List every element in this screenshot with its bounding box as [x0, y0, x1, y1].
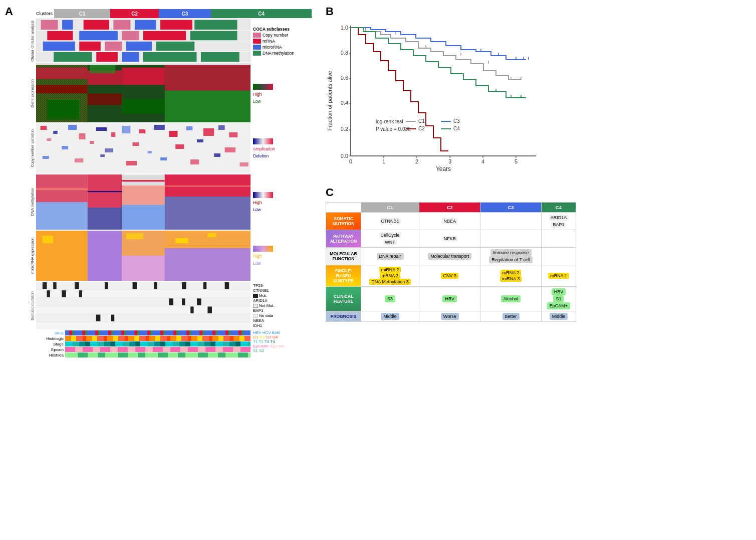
svg-rect-63 — [175, 144, 184, 149]
bap1-label: BAP1 — [253, 308, 316, 313]
svg-rect-70 — [160, 157, 167, 160]
svg-rect-172 — [441, 121, 451, 122]
deletion-label: Deletion — [253, 153, 269, 158]
c2-somatic: NBEA — [442, 218, 457, 224]
molecular-row-label: MOLECULARFUNCTION — [326, 248, 361, 265]
svg-rect-60 — [105, 148, 113, 152]
gene-expr-label: Gene expression — [30, 79, 35, 108]
svg-rect-95 — [165, 248, 250, 281]
svg-text:C1: C1 — [418, 118, 425, 124]
dna-meth-label: DNA methylation — [30, 188, 35, 216]
svg-rect-114 — [62, 290, 66, 297]
svg-rect-19 — [156, 42, 195, 51]
table-c4-header: C4 — [541, 203, 576, 213]
svg-rect-54 — [203, 128, 214, 136]
svg-rect-32 — [36, 85, 88, 93]
svg-rect-50 — [139, 129, 145, 133]
c1-clinical: S3 — [385, 295, 395, 302]
svg-rect-120 — [36, 306, 250, 313]
gene-expression-section: Gene expression — [5, 65, 316, 122]
svg-rect-23 — [122, 52, 139, 62]
svg-rect-59 — [90, 141, 94, 144]
svg-rect-107 — [133, 282, 137, 289]
svg-text:2: 2 — [415, 158, 418, 164]
low-label-gene: Low — [253, 99, 261, 104]
c2-molecular: Molecular transport — [428, 253, 471, 260]
svg-text:Fraction of patients alive: Fraction of patients alive — [327, 71, 333, 130]
svg-rect-68 — [100, 154, 105, 157]
c3-prognosis: Better — [502, 313, 520, 320]
svg-text:4: 4 — [481, 158, 484, 164]
mirna-heatmap — [36, 231, 250, 281]
svg-text:0.8: 0.8 — [341, 50, 348, 56]
table-c3-header: C3 — [480, 203, 542, 213]
c2-clinical: HBV — [442, 295, 457, 302]
c4-cluster-label: C4 — [258, 11, 265, 17]
c4-clinical-bot: EpCAM+ — [547, 302, 570, 309]
c4-prognosis: Middle — [550, 313, 568, 320]
panel-a-label: A — [5, 5, 13, 18]
svg-rect-61 — [133, 142, 139, 146]
svg-rect-105 — [75, 282, 79, 289]
svg-rect-86 — [122, 180, 165, 182]
coca-section: Cluster of cluter analysis — [5, 19, 316, 64]
coca-heatmap — [36, 19, 250, 64]
svg-rect-3 — [84, 20, 109, 30]
high-label-mirna: High — [253, 254, 262, 259]
svg-rect-88 — [253, 192, 273, 198]
svg-text:0.6: 0.6 — [341, 75, 348, 81]
svg-rect-115 — [79, 290, 82, 297]
c4-clinical-top: HBV — [552, 288, 566, 295]
svg-rect-47 — [96, 127, 107, 131]
svg-rect-56 — [229, 132, 237, 137]
high-label-dna: High — [253, 200, 262, 205]
somatic-section: Somatic mutation — [5, 282, 316, 329]
svg-rect-53 — [186, 126, 193, 130]
svg-rect-44 — [53, 131, 58, 134]
svg-rect-79 — [88, 208, 122, 230]
stage-labels: T1 T2 T3 T4 — [253, 339, 316, 344]
coca-label: Cluster of cluter analysis — [31, 21, 35, 62]
epcam-row-label: Epcam — [36, 347, 64, 352]
mirna-label: microRNA expression — [30, 238, 35, 274]
panel-b: B 0.0 0.2 0.4 0.6 0.8 — [326, 5, 751, 181]
panel-b-label: B — [326, 5, 751, 18]
svg-text:0.4: 0.4 — [341, 100, 348, 106]
svg-text:0: 0 — [349, 158, 352, 164]
svg-rect-25 — [201, 52, 239, 62]
svg-rect-7 — [194, 20, 237, 30]
svg-rect-93 — [122, 256, 165, 281]
panel-c-label: C — [326, 186, 751, 199]
svg-text:P value = 0.038: P value = 0.038 — [376, 126, 411, 132]
c2-pathway: NFKB — [442, 236, 457, 242]
svg-rect-22 — [96, 52, 118, 62]
stage-label: Stage — [36, 342, 64, 346]
table-c1-header: C1 — [361, 203, 419, 213]
svg-rect-96 — [43, 236, 53, 243]
c1-pathway-top: CellCycle — [379, 232, 401, 238]
svg-text:1.0: 1.0 — [341, 25, 348, 31]
nbea-label: NBEA — [253, 318, 316, 323]
svg-rect-111 — [225, 282, 229, 289]
dna-meth-section: DNA methylation — [5, 174, 316, 230]
histologic-label: Histologic — [36, 336, 64, 341]
svg-rect-46 — [79, 133, 86, 139]
virus-label: Virus — [36, 331, 64, 335]
svg-rect-4 — [113, 20, 130, 30]
c4-somatic-bot: BAP1 — [551, 222, 566, 228]
single-based-row: SINGLE-BASEDSUBTYPE miRNA 2 mRNA 3 DNA M… — [326, 265, 576, 287]
arid1a-label: ARID1A — [253, 298, 316, 303]
c3-molecular-top: Immune response — [490, 249, 532, 256]
coca-legend-title: COCA subclasses — [253, 27, 316, 32]
svg-rect-2 — [62, 20, 73, 30]
svg-text:3: 3 — [448, 158, 451, 164]
svg-rect-57 — [47, 138, 51, 141]
svg-rect-97 — [126, 233, 143, 239]
svg-rect-176 — [441, 128, 451, 129]
svg-rect-39 — [47, 99, 79, 119]
hbv-label: HBV HCV Both — [253, 330, 316, 335]
svg-rect-122 — [207, 306, 212, 313]
svg-text:0.0: 0.0 — [341, 153, 348, 159]
somatic-heatmap — [36, 282, 250, 329]
svg-rect-1 — [41, 20, 58, 30]
